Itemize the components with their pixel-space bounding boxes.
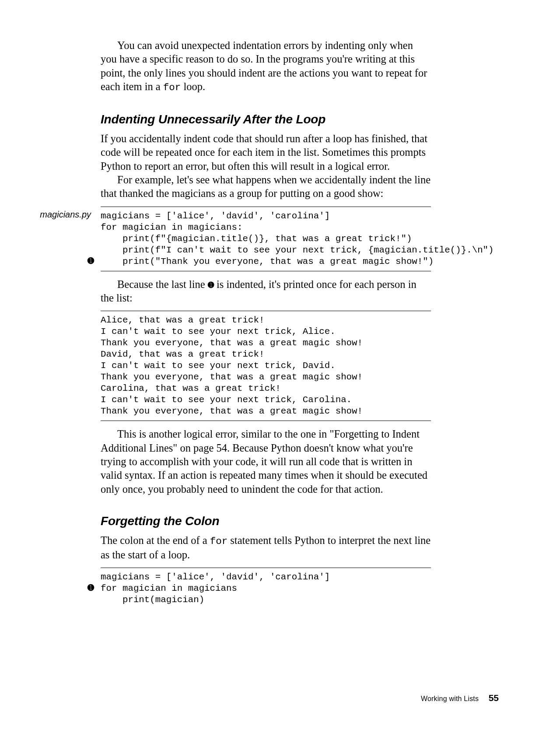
code-line: print(f"I can't wait to see your next tr…	[101, 245, 431, 256]
code-lines: magicians = ['alice', 'david', 'carolina…	[101, 207, 431, 271]
footer-chapter-title: Working with Lists	[421, 695, 479, 702]
output-lines: Alice, that was a great trick!I can't wa…	[101, 311, 431, 421]
output-line: Thank you everyone, that was a great mag…	[101, 372, 431, 383]
code-line-with-callout: ➊ print("Thank you everyone, that was a …	[101, 256, 431, 267]
code-line: for magician in magicians:	[101, 222, 431, 233]
code-line: magicians = ['alice', 'david', 'carolina…	[101, 572, 431, 583]
paragraph: The colon at the end of a for statement …	[101, 533, 431, 561]
code-line: print(magician)	[101, 594, 431, 606]
output-line: I can't wait to see your next trick, Car…	[101, 394, 431, 406]
inline-code-for: for	[210, 536, 228, 547]
text: loop.	[181, 81, 205, 92]
callout-marker-2: ➊	[88, 583, 94, 593]
text: The colon at the end of a	[101, 534, 210, 546]
inline-code-for: for	[163, 82, 181, 93]
code-text: for magician in magicians	[101, 583, 237, 593]
code-line: print(f"{magician.title()}, that was a g…	[101, 233, 431, 245]
code-block-colon: magicians = ['alice', 'david', 'carolina…	[101, 568, 431, 609]
output-line: Thank you everyone, that was a great mag…	[101, 406, 431, 417]
text: Because the last line	[117, 278, 208, 290]
footer-page-number: 55	[489, 693, 499, 703]
code-lines: magicians = ['alice', 'david', 'carolina…	[101, 568, 431, 609]
paragraph: This is another logical error, similar t…	[101, 427, 431, 496]
output-line: I can't wait to see your next trick, Dav…	[101, 360, 431, 372]
paragraph: For example, let's see what happens when…	[101, 173, 431, 200]
output-line: Carolina, that was a great trick!	[101, 383, 431, 394]
inline-callout-1: ➊	[208, 281, 214, 289]
code-line: magicians = ['alice', 'david', 'carolina…	[101, 210, 431, 222]
heading-forgetting-colon: Forgetting the Colon	[101, 514, 431, 528]
content-column: You can avoid unexpected indentation err…	[101, 39, 431, 609]
callout-marker-1: ➊	[88, 256, 94, 266]
paragraph: If you accidentally indent code that sho…	[101, 132, 431, 173]
text: You can avoid unexpected indentation err…	[101, 39, 427, 92]
paragraph-intro: You can avoid unexpected indentation err…	[101, 39, 431, 94]
paragraph: Because the last line ➊ is indented, it'…	[101, 277, 431, 305]
page-footer: Working with Lists 55	[421, 693, 499, 703]
code-line-with-callout: ➊for magician in magicians	[101, 583, 431, 594]
page: You can avoid unexpected indentation err…	[0, 0, 560, 740]
output-line: I can't wait to see your next trick, Ali…	[101, 326, 431, 337]
code-block-magicians: magicians.py magicians = ['alice', 'davi…	[101, 207, 431, 271]
code-text: print("Thank you everyone, that was a gr…	[101, 256, 434, 267]
output-block: Alice, that was a great trick!I can't wa…	[101, 311, 431, 421]
code-filename-label: magicians.py	[21, 210, 91, 220]
output-line: David, that was a great trick!	[101, 349, 431, 360]
output-line: Thank you everyone, that was a great mag…	[101, 337, 431, 349]
heading-indent-after-loop: Indenting Unnecessarily After the Loop	[101, 112, 431, 126]
output-line: Alice, that was a great trick!	[101, 315, 431, 326]
